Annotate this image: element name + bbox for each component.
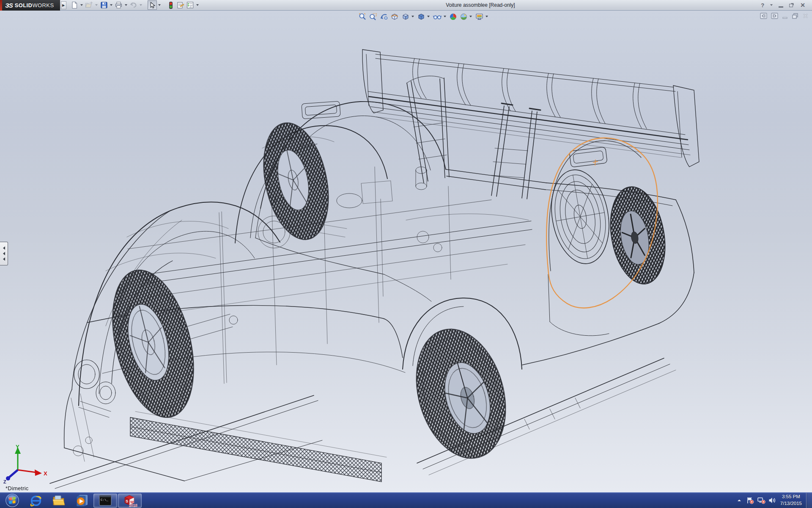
new-document-dropdown[interactable] <box>80 0 84 10</box>
restore-button[interactable] <box>789 1 794 9</box>
file-properties-button[interactable] <box>176 0 185 10</box>
apply-scene-button[interactable] <box>459 11 469 22</box>
network-disconnected-icon <box>757 497 765 504</box>
titlebar: ЗS SOLIDWORKS ▶ <box>0 0 812 11</box>
internet-explorer-icon <box>29 494 43 507</box>
undo-arrow-icon <box>129 1 137 9</box>
windows-start-icon <box>5 493 19 508</box>
taskbar-windows-explorer[interactable] <box>47 493 70 508</box>
featuremanager-flyout-tab[interactable] <box>0 242 8 265</box>
collapse-arrow-icon <box>3 246 5 250</box>
chevron-up-icon <box>737 498 742 502</box>
zoom-to-area-button[interactable] <box>368 11 378 22</box>
new-document-button[interactable] <box>70 0 79 10</box>
doc-minimize-icon[interactable] <box>782 13 788 19</box>
open-document-dropdown[interactable] <box>94 0 99 10</box>
new-document-icon <box>71 1 78 9</box>
logo-text-solid: SOLID <box>15 2 33 8</box>
view-settings-dropdown[interactable] <box>486 16 489 17</box>
save-dropdown[interactable] <box>109 0 114 10</box>
help-dropdown[interactable] <box>770 1 773 9</box>
solidworks-window: ЗS SOLIDWORKS ▶ <box>0 0 812 508</box>
tray-network[interactable] <box>756 493 767 508</box>
window-title: Voiture assomblee [Read-only] <box>200 2 761 8</box>
window-controls: ? ✕ <box>761 1 812 9</box>
section-view-button[interactable] <box>390 11 400 22</box>
select-tool-dropdown[interactable] <box>157 0 162 10</box>
options-checklist-icon <box>186 1 194 9</box>
expand-right-pane-icon[interactable] <box>771 13 778 19</box>
options-dropdown[interactable] <box>195 0 200 10</box>
view-orientation-icon <box>401 13 410 21</box>
print-dropdown[interactable] <box>124 0 129 10</box>
document-window-controls <box>760 13 809 19</box>
select-tool-button[interactable] <box>148 0 157 10</box>
undo-button[interactable] <box>129 0 138 10</box>
view-settings-button[interactable] <box>474 11 485 22</box>
display-style-dropdown[interactable] <box>427 16 431 17</box>
file-properties-icon <box>176 1 184 9</box>
taskbar-apps: C:\_ S W 2015 <box>0 493 142 508</box>
rebuild-stoplight-icon <box>168 1 173 9</box>
logo-text-works: WORKS <box>32 2 54 8</box>
taskbar-solidworks-2015[interactable]: S W 2015 <box>118 494 142 508</box>
rebuild-stoplight-button[interactable] <box>166 0 176 10</box>
solidworks-2015-icon: S W 2015 <box>122 494 137 507</box>
tray-volume[interactable] <box>767 493 778 508</box>
tray-clock[interactable]: 3:55 PM 7/13/2015 <box>778 493 806 508</box>
minimize-button[interactable] <box>779 1 783 9</box>
previous-view-button[interactable] <box>379 11 389 22</box>
graphics-area[interactable]: Y X Z *Dimetric <box>0 11 812 492</box>
hide-show-items-button[interactable] <box>432 11 443 22</box>
media-player-icon <box>75 494 89 507</box>
action-center-flag-icon <box>746 497 754 504</box>
reference-triad: Y X Z <box>2 444 52 484</box>
save-floppy-icon <box>100 1 108 9</box>
zoom-to-area-icon <box>369 13 377 21</box>
edit-appearance-button[interactable] <box>448 11 458 22</box>
speaker-icon <box>768 497 776 504</box>
display-style-button[interactable] <box>416 11 426 22</box>
apply-scene-dropdown[interactable] <box>469 16 473 17</box>
section-view-icon <box>390 13 399 21</box>
tray-show-hidden-icons[interactable] <box>734 493 745 508</box>
windows-taskbar: C:\_ S W 2015 <box>0 492 812 508</box>
taskbar-internet-explorer[interactable] <box>25 493 47 508</box>
edit-appearance-icon <box>449 13 457 21</box>
apply-scene-icon <box>460 13 468 21</box>
open-document-button[interactable] <box>85 0 94 10</box>
doc-restore-icon[interactable] <box>792 13 798 19</box>
taskbar-command-prompt[interactable]: C:\_ <box>93 494 117 508</box>
sw-icon-letter-s: S <box>126 499 128 503</box>
collapse-arrow-icon <box>3 252 5 255</box>
options-checklist-button[interactable] <box>186 0 195 10</box>
help-button[interactable]: ? <box>761 1 764 9</box>
tray-action-center[interactable] <box>745 493 756 508</box>
menu-expander-button[interactable]: ▶ <box>61 1 66 9</box>
main-toolbar <box>70 0 200 10</box>
open-folder-icon <box>85 1 93 9</box>
doc-close-icon[interactable] <box>802 13 809 19</box>
save-button[interactable] <box>99 0 109 10</box>
undo-dropdown[interactable] <box>139 0 143 10</box>
system-tray: 3:55 PM 7/13/2015 <box>734 493 812 508</box>
view-orientation-dropdown[interactable] <box>411 16 415 17</box>
taskbar-media-player[interactable] <box>70 493 93 508</box>
hide-show-items-dropdown[interactable] <box>444 16 447 17</box>
view-orientation-button[interactable] <box>401 11 411 22</box>
print-icon <box>115 1 123 9</box>
triad-y-label: Y <box>16 444 19 450</box>
close-button[interactable]: ✕ <box>800 1 805 9</box>
headsup-view-toolbar <box>358 11 489 22</box>
start-button[interactable] <box>0 493 25 508</box>
zoom-to-fit-icon <box>359 13 367 21</box>
show-desktop-button[interactable] <box>806 493 812 508</box>
tray-time: 3:55 PM <box>782 494 800 500</box>
triad-x-label: X <box>44 470 47 477</box>
collapse-left-pane-icon[interactable] <box>760 13 767 19</box>
previous-view-icon <box>380 13 388 21</box>
folder-icon <box>52 494 66 507</box>
model-wireframe[interactable] <box>0 11 812 492</box>
print-button[interactable] <box>114 0 123 10</box>
zoom-to-fit-button[interactable] <box>358 11 368 22</box>
